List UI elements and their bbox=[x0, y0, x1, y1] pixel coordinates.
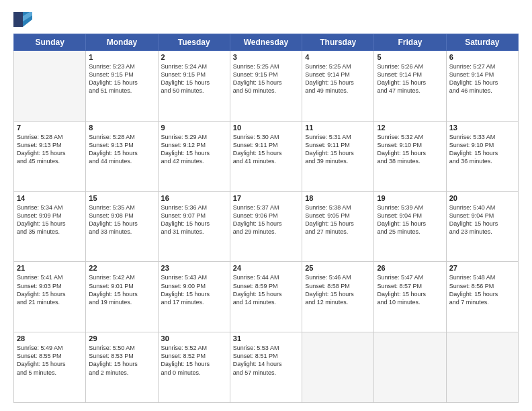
calendar-cell: 28Sunrise: 5:49 AM Sunset: 8:55 PM Dayli… bbox=[14, 332, 86, 403]
day-number: 13 bbox=[449, 124, 515, 132]
day-number: 15 bbox=[89, 194, 154, 202]
weekday-header: Tuesday bbox=[158, 34, 230, 51]
calendar-cell: 12Sunrise: 5:32 AM Sunset: 9:10 PM Dayli… bbox=[374, 121, 446, 191]
day-number: 30 bbox=[161, 334, 227, 342]
cell-text: Sunrise: 5:32 AM Sunset: 9:10 PM Dayligh… bbox=[377, 133, 443, 166]
weekday-header: Saturday bbox=[446, 34, 518, 51]
cell-text: Sunrise: 5:41 AM Sunset: 9:03 PM Dayligh… bbox=[17, 273, 83, 306]
calendar-cell: 26Sunrise: 5:47 AM Sunset: 8:57 PM Dayli… bbox=[374, 262, 446, 332]
day-number: 31 bbox=[233, 334, 299, 342]
cell-text: Sunrise: 5:36 AM Sunset: 9:07 PM Dayligh… bbox=[161, 203, 227, 236]
cell-text: Sunrise: 5:48 AM Sunset: 8:56 PM Dayligh… bbox=[449, 273, 515, 306]
cell-text: Sunrise: 5:44 AM Sunset: 8:59 PM Dayligh… bbox=[233, 273, 299, 306]
calendar-cell bbox=[14, 51, 86, 122]
day-number: 7 bbox=[17, 124, 83, 132]
day-number: 16 bbox=[161, 194, 227, 202]
svg-rect-0 bbox=[13, 12, 23, 27]
day-number: 14 bbox=[17, 194, 83, 202]
calendar-week-row: 1Sunrise: 5:23 AM Sunset: 9:15 PM Daylig… bbox=[14, 51, 519, 122]
calendar-cell: 20Sunrise: 5:40 AM Sunset: 9:04 PM Dayli… bbox=[446, 191, 518, 262]
calendar-cell: 16Sunrise: 5:36 AM Sunset: 9:07 PM Dayli… bbox=[158, 191, 230, 262]
day-number: 21 bbox=[17, 264, 83, 272]
cell-text: Sunrise: 5:30 AM Sunset: 9:11 PM Dayligh… bbox=[233, 133, 299, 166]
cell-text: Sunrise: 5:50 AM Sunset: 8:53 PM Dayligh… bbox=[89, 344, 154, 377]
day-number: 3 bbox=[233, 53, 299, 61]
cell-text: Sunrise: 5:33 AM Sunset: 9:10 PM Dayligh… bbox=[449, 133, 515, 166]
cell-text: Sunrise: 5:52 AM Sunset: 8:52 PM Dayligh… bbox=[161, 344, 227, 377]
calendar-cell: 5Sunrise: 5:26 AM Sunset: 9:14 PM Daylig… bbox=[374, 51, 446, 122]
calendar-cell: 23Sunrise: 5:43 AM Sunset: 9:00 PM Dayli… bbox=[158, 262, 230, 332]
day-number: 19 bbox=[377, 194, 443, 202]
calendar-cell bbox=[374, 332, 446, 403]
day-number: 25 bbox=[305, 264, 371, 272]
day-number: 8 bbox=[89, 124, 154, 132]
cell-text: Sunrise: 5:31 AM Sunset: 9:11 PM Dayligh… bbox=[305, 133, 371, 166]
calendar-cell: 10Sunrise: 5:30 AM Sunset: 9:11 PM Dayli… bbox=[230, 121, 302, 191]
weekday-header: Sunday bbox=[14, 34, 86, 51]
calendar-cell bbox=[302, 332, 374, 403]
cell-text: Sunrise: 5:25 AM Sunset: 9:15 PM Dayligh… bbox=[233, 62, 299, 95]
cell-text: Sunrise: 5:35 AM Sunset: 9:08 PM Dayligh… bbox=[89, 203, 154, 236]
cell-text: Sunrise: 5:43 AM Sunset: 9:00 PM Dayligh… bbox=[161, 273, 227, 306]
day-number: 24 bbox=[233, 264, 299, 272]
logo bbox=[13, 12, 34, 27]
calendar-cell: 24Sunrise: 5:44 AM Sunset: 8:59 PM Dayli… bbox=[230, 262, 302, 332]
calendar-week-row: 28Sunrise: 5:49 AM Sunset: 8:55 PM Dayli… bbox=[14, 332, 519, 403]
calendar-week-row: 7Sunrise: 5:28 AM Sunset: 9:13 PM Daylig… bbox=[14, 121, 519, 191]
cell-text: Sunrise: 5:47 AM Sunset: 8:57 PM Dayligh… bbox=[377, 273, 443, 306]
calendar-cell: 4Sunrise: 5:25 AM Sunset: 9:14 PM Daylig… bbox=[302, 51, 374, 122]
day-number: 18 bbox=[305, 194, 371, 202]
cell-text: Sunrise: 5:29 AM Sunset: 9:12 PM Dayligh… bbox=[161, 133, 227, 166]
calendar-cell: 6Sunrise: 5:27 AM Sunset: 9:14 PM Daylig… bbox=[446, 51, 518, 122]
calendar-cell: 30Sunrise: 5:52 AM Sunset: 8:52 PM Dayli… bbox=[158, 332, 230, 403]
calendar-cell: 31Sunrise: 5:53 AM Sunset: 8:51 PM Dayli… bbox=[230, 332, 302, 403]
header bbox=[13, 12, 519, 27]
day-number: 29 bbox=[89, 334, 154, 342]
weekday-header: Thursday bbox=[302, 34, 374, 51]
calendar-cell bbox=[446, 332, 518, 403]
day-number: 4 bbox=[305, 53, 371, 61]
day-number: 17 bbox=[233, 194, 299, 202]
day-number: 1 bbox=[89, 53, 154, 61]
cell-text: Sunrise: 5:42 AM Sunset: 9:01 PM Dayligh… bbox=[89, 273, 154, 306]
day-number: 9 bbox=[161, 124, 227, 132]
cell-text: Sunrise: 5:37 AM Sunset: 9:06 PM Dayligh… bbox=[233, 203, 299, 236]
calendar-cell: 17Sunrise: 5:37 AM Sunset: 9:06 PM Dayli… bbox=[230, 191, 302, 262]
cell-text: Sunrise: 5:23 AM Sunset: 9:15 PM Dayligh… bbox=[89, 62, 154, 95]
cell-text: Sunrise: 5:28 AM Sunset: 9:13 PM Dayligh… bbox=[17, 133, 83, 166]
day-number: 6 bbox=[449, 53, 515, 61]
calendar-cell: 13Sunrise: 5:33 AM Sunset: 9:10 PM Dayli… bbox=[446, 121, 518, 191]
calendar-cell: 15Sunrise: 5:35 AM Sunset: 9:08 PM Dayli… bbox=[86, 191, 158, 262]
calendar-cell: 25Sunrise: 5:46 AM Sunset: 8:58 PM Dayli… bbox=[302, 262, 374, 332]
calendar-table: SundayMondayTuesdayWednesdayThursdayFrid… bbox=[13, 34, 519, 403]
day-number: 20 bbox=[449, 194, 515, 202]
weekday-header: Monday bbox=[86, 34, 158, 51]
weekday-header: Wednesday bbox=[230, 34, 302, 51]
cell-text: Sunrise: 5:39 AM Sunset: 9:04 PM Dayligh… bbox=[377, 203, 443, 236]
cell-text: Sunrise: 5:24 AM Sunset: 9:15 PM Dayligh… bbox=[161, 62, 227, 95]
calendar-cell: 8Sunrise: 5:28 AM Sunset: 9:13 PM Daylig… bbox=[86, 121, 158, 191]
calendar-cell: 22Sunrise: 5:42 AM Sunset: 9:01 PM Dayli… bbox=[86, 262, 158, 332]
cell-text: Sunrise: 5:53 AM Sunset: 8:51 PM Dayligh… bbox=[233, 344, 299, 377]
day-number: 2 bbox=[161, 53, 227, 61]
cell-text: Sunrise: 5:40 AM Sunset: 9:04 PM Dayligh… bbox=[449, 203, 515, 236]
day-number: 28 bbox=[17, 334, 83, 342]
cell-text: Sunrise: 5:27 AM Sunset: 9:14 PM Dayligh… bbox=[449, 62, 515, 95]
calendar-cell: 19Sunrise: 5:39 AM Sunset: 9:04 PM Dayli… bbox=[374, 191, 446, 262]
cell-text: Sunrise: 5:46 AM Sunset: 8:58 PM Dayligh… bbox=[305, 273, 371, 306]
cell-text: Sunrise: 5:25 AM Sunset: 9:14 PM Dayligh… bbox=[305, 62, 371, 95]
day-number: 10 bbox=[233, 124, 299, 132]
day-number: 23 bbox=[161, 264, 227, 272]
cell-text: Sunrise: 5:38 AM Sunset: 9:05 PM Dayligh… bbox=[305, 203, 371, 236]
calendar-cell: 14Sunrise: 5:34 AM Sunset: 9:09 PM Dayli… bbox=[14, 191, 86, 262]
logo-icon bbox=[13, 12, 32, 27]
day-number: 12 bbox=[377, 124, 443, 132]
day-number: 5 bbox=[377, 53, 443, 61]
day-number: 27 bbox=[449, 264, 515, 272]
calendar-cell: 7Sunrise: 5:28 AM Sunset: 9:13 PM Daylig… bbox=[14, 121, 86, 191]
day-number: 22 bbox=[89, 264, 154, 272]
calendar-cell: 21Sunrise: 5:41 AM Sunset: 9:03 PM Dayli… bbox=[14, 262, 86, 332]
cell-text: Sunrise: 5:49 AM Sunset: 8:55 PM Dayligh… bbox=[17, 344, 83, 377]
weekday-header: Friday bbox=[374, 34, 446, 51]
calendar-header-row: SundayMondayTuesdayWednesdayThursdayFrid… bbox=[14, 34, 519, 51]
